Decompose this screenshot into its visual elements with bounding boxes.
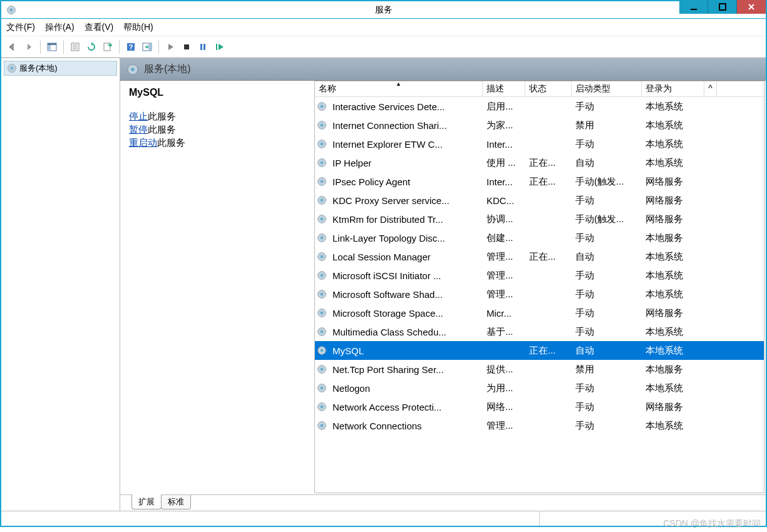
close-button[interactable] (737, 0, 766, 14)
service-name: Interactive Services Dete... (329, 101, 483, 112)
svg-point-31 (321, 161, 324, 165)
gear-icon (315, 139, 329, 149)
status-bar (1, 511, 766, 526)
table-row[interactable]: Interactive Services Dete...启用...手动本地系统 (315, 97, 764, 116)
service-desc: 为家... (483, 120, 525, 131)
tree-root-label: 服务(本地) (19, 63, 58, 74)
service-list: 名称▲ 描述 状态 启动类型 登录为 ^ Interactive Service… (314, 81, 764, 493)
svg-rect-17 (200, 44, 202, 50)
gear-icon (315, 120, 329, 130)
table-row[interactable]: Microsoft Software Shad...管理...手动本地系统 (315, 285, 764, 304)
back-button[interactable] (5, 39, 20, 54)
service-name: KDC Proxy Server service... (329, 195, 483, 206)
table-row[interactable]: Net.Tcp Port Sharing Ser...提供...禁用本地服务 (315, 360, 764, 379)
service-startup: 手动 (572, 232, 642, 244)
service-logon: 网络服务 (642, 307, 704, 319)
restart-link[interactable]: 重启动 (129, 137, 157, 148)
col-scroll-up[interactable]: ^ (704, 81, 717, 96)
gear-icon (315, 421, 329, 431)
table-row[interactable]: Internet Explorer ETW C...Inter...手动本地系统 (315, 135, 764, 153)
table-row[interactable]: Netlogon为用...手动本地系统 (315, 379, 764, 397)
pause-service-button[interactable] (195, 39, 210, 54)
pause-suffix: 此服务 (148, 124, 176, 135)
tab-standard[interactable]: 标准 (161, 495, 191, 509)
table-row[interactable]: Multimedia Class Schedu...基于...手动本地系统 (315, 322, 764, 341)
table-row[interactable]: Link-Layer Topology Disc...创建...手动本地服务 (315, 228, 764, 247)
restart-service-button[interactable] (212, 39, 227, 54)
refresh-button[interactable] (84, 39, 99, 54)
gear-icon (315, 289, 329, 299)
service-name: Internet Explorer ETW C... (329, 139, 483, 150)
service-startup: 禁用 (572, 120, 642, 131)
export-button[interactable] (100, 39, 115, 54)
service-startup: 手动(触发... (572, 213, 642, 225)
pause-link[interactable]: 暂停 (129, 124, 148, 135)
svg-rect-3 (719, 4, 726, 10)
table-row[interactable]: IPsec Policy AgentInter...正在...手动(触发...网… (315, 172, 764, 191)
gear-icon (315, 101, 329, 111)
table-row[interactable]: KtmRm for Distributed Tr...协调...手动(触发...… (315, 210, 764, 228)
help-button[interactable]: ? (123, 39, 138, 54)
svg-rect-6 (48, 43, 56, 45)
tree-root-item[interactable]: 服务(本地) (4, 61, 117, 76)
start-service-button[interactable] (163, 39, 178, 54)
tab-extended[interactable]: 扩展 (131, 494, 162, 509)
menu-view[interactable]: 查看(V) (85, 22, 114, 33)
stop-link[interactable]: 停止 (129, 111, 148, 121)
tree-pane: 服务(本地) (1, 58, 120, 511)
service-name: IP Helper (329, 158, 483, 168)
menu-help[interactable]: 帮助(H) (123, 22, 153, 33)
stop-service-button[interactable] (179, 39, 194, 54)
service-startup: 手动 (572, 382, 642, 394)
table-row[interactable]: Network Access Protecti...网络...手动网络服务 (315, 397, 764, 416)
service-name: Link-Layer Topology Disc... (329, 233, 483, 243)
gear-icon (315, 364, 329, 374)
service-name: Internet Connection Shari... (329, 120, 483, 131)
service-name: Netlogon (329, 383, 483, 394)
service-name: Multimedia Class Schedu... (329, 327, 483, 337)
service-logon: 本地系统 (642, 326, 704, 338)
svg-rect-2 (691, 9, 697, 10)
svg-point-27 (321, 124, 324, 127)
service-logon: 本地系统 (642, 157, 704, 169)
col-status[interactable]: 状态 (525, 81, 572, 96)
col-logon[interactable]: 登录为 (642, 81, 704, 96)
maximize-button[interactable] (708, 0, 737, 14)
forward-button[interactable] (21, 39, 36, 54)
properties-button[interactable] (68, 39, 83, 54)
table-row[interactable]: Network Connections管理...手动本地系统 (315, 416, 764, 435)
menu-file[interactable]: 文件(F) (6, 22, 35, 33)
table-row[interactable]: Microsoft Storage Space...Micr...手动网络服务 (315, 304, 764, 322)
service-startup: 手动 (572, 101, 642, 113)
service-desc: 管理... (483, 420, 525, 432)
col-name[interactable]: 名称▲ (315, 81, 483, 96)
table-row[interactable]: KDC Proxy Server service...KDC...手动网络服务 (315, 191, 764, 210)
table-row[interactable]: Internet Connection Shari...为家...禁用本地系统 (315, 116, 764, 135)
svg-point-57 (321, 406, 324, 409)
show-hide-tree-button[interactable] (44, 39, 59, 54)
service-name: Network Connections (329, 421, 483, 431)
service-desc: Inter... (483, 139, 525, 150)
col-startup[interactable]: 启动类型 (572, 81, 642, 96)
list-body[interactable]: Interactive Services Dete...启用...手动本地系统I… (315, 97, 764, 493)
svg-point-23 (131, 68, 135, 71)
service-name: IPsec Policy Agent (329, 176, 483, 187)
menu-action[interactable]: 操作(A) (45, 22, 75, 33)
table-row[interactable]: Local Session Manager管理...正在...自动本地系统 (315, 247, 764, 266)
window-title: 服务 (375, 4, 393, 16)
table-row[interactable]: Microsoft iSCSI Initiator ...管理...手动本地系统 (315, 266, 764, 285)
svg-point-41 (321, 255, 324, 258)
col-desc[interactable]: 描述 (483, 81, 525, 96)
svg-point-45 (321, 293, 324, 296)
table-row[interactable]: IP Helper使用 ...正在...自动本地系统 (315, 153, 764, 172)
toolbar: ? (1, 36, 766, 58)
service-logon: 本地系统 (642, 101, 704, 113)
service-startup: 手动(触发... (572, 176, 642, 188)
service-desc: Micr... (483, 308, 525, 319)
svg-point-39 (321, 237, 324, 240)
table-row[interactable]: MySQL正在...自动本地系统 (315, 341, 764, 360)
action-pane-button[interactable] (140, 39, 155, 54)
minimize-button[interactable] (679, 0, 708, 14)
svg-point-53 (321, 368, 324, 371)
service-desc: 创建... (483, 232, 525, 244)
